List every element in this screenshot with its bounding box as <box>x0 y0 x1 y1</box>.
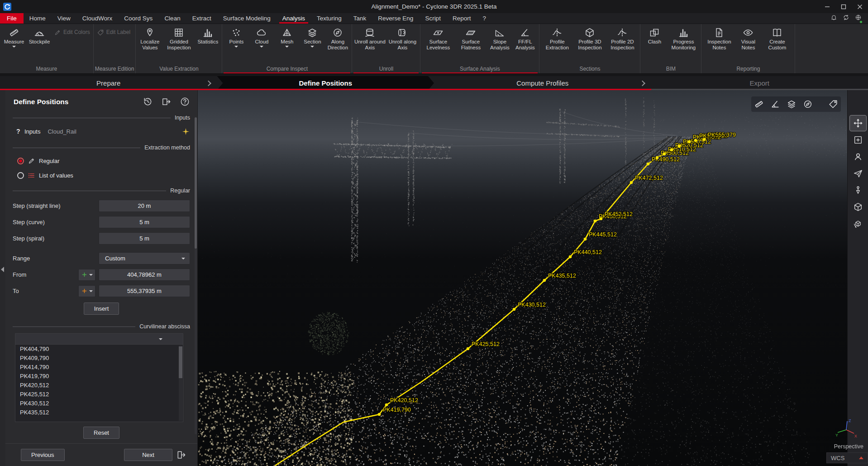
viewport-3d[interactable]: PK419,790PK420,512PK425,512PK430,512PK43… <box>198 90 847 466</box>
label-tool-button[interactable] <box>826 97 840 111</box>
ribbon-ff-fl-analysis[interactable]: FF/FL Analysis <box>512 26 538 52</box>
rotate-view-button[interactable] <box>850 216 866 231</box>
ribbon-unroll-along-axis[interactable]: Unroll along Axis <box>386 26 419 52</box>
title-bar[interactable]: Alignment_Demo* - Cyclone 3DR 2025.1 Bet… <box>0 0 868 13</box>
ribbon-gridded-inspection[interactable]: Gridded Inspection <box>162 26 195 52</box>
menu-cloudworx[interactable]: CloudWorx <box>76 13 119 24</box>
station-point[interactable] <box>670 149 673 152</box>
export-report-button[interactable] <box>161 96 172 107</box>
inputs-value[interactable]: Cloud_Rail <box>48 128 76 135</box>
field-input[interactable]: 5 m <box>99 232 190 245</box>
to-pick-button[interactable] <box>78 285 95 297</box>
listbox-scrollbar[interactable] <box>179 346 182 421</box>
ribbon-profile-2d-inspection[interactable]: Profile 2D Inspection <box>606 26 639 52</box>
viewpoint-button[interactable] <box>850 149 866 164</box>
ribbon-mesh[interactable]: Mesh <box>274 26 300 48</box>
menu-[interactable]: ? <box>477 13 492 24</box>
abscissa-item[interactable]: PK414,790 <box>15 363 183 372</box>
help-button[interactable] <box>180 96 190 107</box>
ribbon-along-direction[interactable]: Along Direction <box>325 26 350 52</box>
measure-angle-button[interactable] <box>768 97 782 111</box>
menu-texturing[interactable]: Texturing <box>311 13 348 24</box>
menu-file[interactable]: File <box>0 13 24 24</box>
station-point[interactable] <box>647 163 650 166</box>
ribbon-edit-label[interactable]: Edit Label <box>97 29 130 36</box>
fly-mode-button[interactable] <box>850 166 866 181</box>
field-input[interactable]: 5 m <box>99 216 190 228</box>
ribbon-section[interactable]: Section <box>300 26 325 48</box>
station-point[interactable] <box>656 156 659 159</box>
next-button[interactable]: Next <box>124 449 172 461</box>
menu-coord-sys[interactable]: Coord Sys <box>118 13 158 24</box>
pan-tool-button[interactable] <box>850 115 866 131</box>
drop-view-button[interactable] <box>850 183 866 198</box>
wizard-step-prepare[interactable]: Prepare <box>0 76 217 90</box>
ribbon-unroll-around-axis[interactable]: Unroll around Axis <box>353 26 386 52</box>
from-pick-button[interactable] <box>78 269 95 281</box>
minimize-button[interactable] <box>819 0 835 13</box>
ribbon-slope-analysis[interactable]: Slope Analysis <box>487 26 512 52</box>
abscissa-item[interactable]: PK419,790 <box>15 372 183 381</box>
station-point[interactable] <box>467 347 470 351</box>
online-status-button[interactable] <box>855 14 862 23</box>
measure-surface-button[interactable] <box>785 97 798 111</box>
collapse-panel-icon[interactable] <box>1 267 4 272</box>
abscissa-item[interactable]: PK435,512 <box>15 408 183 417</box>
ribbon-clash[interactable]: Clash <box>642 26 667 46</box>
station-point[interactable] <box>543 279 546 282</box>
close-button[interactable] <box>852 0 868 13</box>
wizard-step-compute-profiles[interactable]: Compute Profiles <box>434 76 651 90</box>
station-point[interactable] <box>594 220 597 223</box>
ribbon-points[interactable]: Points <box>224 26 249 48</box>
abscissa-item[interactable]: PK404,790 <box>15 345 183 354</box>
abscissa-item[interactable]: PK425,512 <box>15 390 183 399</box>
menu-script[interactable]: Script <box>419 13 447 24</box>
measure-distance-button[interactable] <box>752 97 766 111</box>
menu-extract[interactable]: Extract <box>186 13 217 24</box>
ribbon-measure[interactable]: Measure <box>1 26 27 48</box>
measure-gauge-button[interactable] <box>801 97 815 111</box>
menu-report[interactable]: Report <box>447 13 477 24</box>
radio-list-of-values[interactable]: List of values <box>17 171 190 180</box>
ribbon-profile-3d-inspection[interactable]: Profile 3D Inspection <box>573 26 606 52</box>
station-point[interactable] <box>600 217 603 221</box>
proceed-button[interactable] <box>176 450 186 460</box>
station-point[interactable] <box>678 145 681 148</box>
center-view-button[interactable] <box>850 132 866 148</box>
ribbon-inspection-notes[interactable]: Inspection Notes <box>703 26 735 52</box>
menu-tank[interactable]: Tank <box>348 13 372 24</box>
station-point[interactable] <box>663 153 666 156</box>
ribbon-statistics[interactable]: Statistics <box>195 26 220 46</box>
previous-button[interactable]: Previous <box>21 449 65 461</box>
scrollbar-thumb[interactable] <box>179 346 182 378</box>
wizard-step-export[interactable]: Export <box>651 76 868 90</box>
projection-label[interactable]: Perspective <box>834 443 863 450</box>
wcs-selector[interactable]: WCS <box>826 452 868 463</box>
menu-surface-modeling[interactable]: Surface Modeling <box>217 13 277 24</box>
panel-scrollbar-thumb[interactable] <box>195 117 197 249</box>
iso-view-button[interactable] <box>850 199 866 215</box>
ribbon-cloud[interactable]: Cloud <box>249 26 274 48</box>
notification-bell-button[interactable] <box>830 14 837 23</box>
abscissa-item[interactable]: PK430,512 <box>15 399 183 408</box>
station-point[interactable] <box>688 140 691 144</box>
field-input[interactable]: 20 m <box>99 200 190 212</box>
station-point[interactable] <box>694 139 697 142</box>
radio-regular[interactable]: Regular <box>17 156 190 165</box>
ribbon-progress-monitoring[interactable]: Progress Monitoring <box>667 26 700 52</box>
abscissa-combo[interactable] <box>15 334 183 345</box>
ribbon-profile-extraction[interactable]: Profile Extraction <box>541 26 573 52</box>
station-point[interactable] <box>569 255 572 259</box>
abscissa-item[interactable]: PK409,790 <box>15 354 183 363</box>
ribbon-visual-notes[interactable]: Visual Notes <box>735 26 761 52</box>
menu-view[interactable]: View <box>52 13 76 24</box>
station-point[interactable] <box>584 238 587 241</box>
panel-collapse-strip[interactable] <box>0 90 5 466</box>
ribbon-create-custom-chapter[interactable]: Create Custom Chapter <box>761 26 793 53</box>
station-point[interactable] <box>630 181 633 184</box>
ribbon-stockpile[interactable]: Stockpile <box>27 26 52 46</box>
star-icon[interactable] <box>181 127 190 136</box>
to-input[interactable]: 555,37935 m <box>99 285 190 297</box>
history-button[interactable] <box>143 96 153 107</box>
station-point[interactable] <box>703 138 706 141</box>
